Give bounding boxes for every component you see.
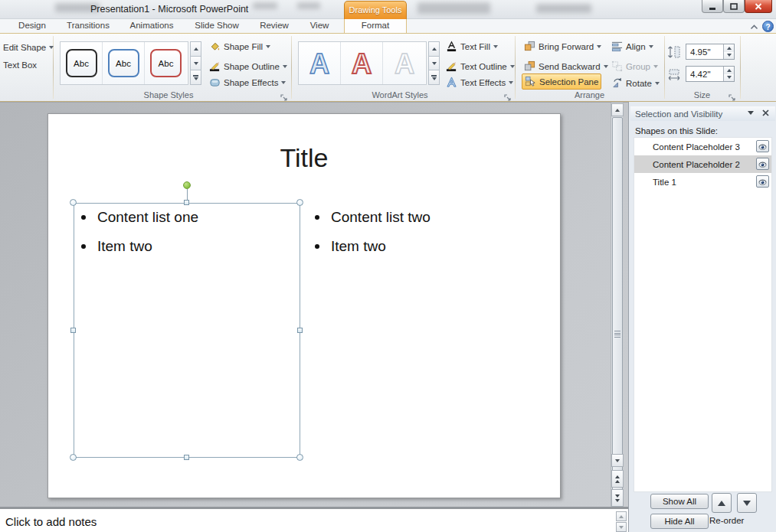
height-spin-down-button[interactable]	[724, 52, 734, 60]
wordart-style-option[interactable]: A	[341, 42, 383, 84]
shape-style-option[interactable]: Abc	[145, 42, 187, 84]
dropdown-arrow-icon	[597, 45, 601, 48]
shape-style-option[interactable]: Abc	[103, 42, 145, 84]
notes-scroll-up-button[interactable]	[616, 511, 627, 521]
selection-pane-button[interactable]: Selection Pane	[522, 73, 601, 90]
visibility-eye-button[interactable]	[756, 158, 769, 170]
scroll-down-button[interactable]	[611, 454, 624, 467]
minimize-button[interactable]	[702, 0, 723, 13]
arrow-down-icon	[743, 501, 751, 506]
tab-animations[interactable]: Animations	[126, 19, 178, 33]
dialog-launcher-icon[interactable]	[504, 91, 512, 100]
collapse-ribbon-icon[interactable]	[748, 22, 760, 31]
text-effects-button[interactable]: Text Effects	[444, 75, 516, 90]
wordart-gallery-scroll	[428, 41, 440, 85]
close-button[interactable]	[745, 0, 772, 13]
tab-view[interactable]: View	[305, 19, 334, 33]
shapes-list: Content Placeholder 3 Content Placeholde…	[634, 137, 772, 492]
width-spin-down-button[interactable]	[724, 74, 734, 82]
shape-effects-button[interactable]: Shape Effects	[207, 75, 288, 90]
gallery-scroll-down-button[interactable]	[428, 57, 440, 71]
selection-pane-icon	[525, 76, 536, 87]
ghost-artifact	[417, 2, 490, 14]
svg-text:A: A	[309, 48, 329, 80]
shape-list-item[interactable]: Title 1	[634, 173, 771, 191]
help-icon[interactable]: ?	[762, 21, 774, 32]
shape-list-item[interactable]: Content Placeholder 3	[634, 138, 771, 155]
rotate-button[interactable]: Rotate	[609, 76, 662, 90]
resize-handle-left[interactable]	[70, 328, 76, 333]
resize-handle-bottom-right[interactable]	[296, 454, 303, 461]
bring-forward-icon	[524, 41, 535, 52]
wordart-style-option[interactable]: A	[299, 42, 341, 84]
shape-height-input[interactable]	[686, 44, 723, 59]
slide-canvas[interactable]: Title Content list one Item two Content …	[47, 113, 561, 498]
notes-area[interactable]: Click to add notes	[0, 507, 628, 532]
dialog-launcher-icon[interactable]	[280, 91, 289, 100]
send-backward-button[interactable]: Send Backward	[522, 59, 611, 73]
shape-fill-button[interactable]: Shape Fill	[207, 39, 273, 54]
pane-menu-chevron-down-icon[interactable]	[745, 106, 757, 119]
show-all-button[interactable]: Show All	[650, 494, 709, 509]
notes-placeholder[interactable]: Click to add notes	[5, 515, 97, 528]
tab-format[interactable]: Format	[344, 19, 407, 33]
align-button[interactable]: Align	[609, 39, 656, 54]
next-slide-button[interactable]	[611, 489, 624, 507]
wordart-styles-gallery: A A A	[298, 41, 427, 85]
send-backward-label: Send Backward	[539, 62, 601, 71]
shape-style-thumbnail: Abc	[150, 49, 182, 77]
dialog-launcher-icon[interactable]	[729, 91, 737, 100]
tab-review[interactable]: Review	[255, 19, 293, 33]
resize-handle-bottom[interactable]	[184, 455, 189, 460]
shape-list-item-selected[interactable]: Content Placeholder 2	[634, 155, 771, 173]
notes-scroll-down-button[interactable]	[616, 522, 627, 532]
shape-effects-icon	[209, 77, 221, 88]
tab-transitions[interactable]: Transitions	[64, 19, 112, 33]
previous-slide-button[interactable]	[611, 470, 624, 488]
shape-outline-button[interactable]: Shape Outline	[207, 59, 290, 73]
edit-shape-button[interactable]: Edit Shape	[1, 40, 56, 54]
height-spin-up-button[interactable]	[724, 44, 734, 52]
shape-height-spinner	[686, 44, 735, 60]
scroll-up-button[interactable]	[611, 103, 624, 116]
shape-style-option[interactable]: Abc	[61, 42, 103, 84]
tab-design[interactable]: Design	[14, 19, 51, 33]
resize-handle-top-left[interactable]	[70, 199, 77, 206]
resize-handle-top[interactable]	[184, 200, 189, 205]
pane-close-icon[interactable]	[759, 106, 771, 119]
shape-height-icon	[667, 45, 681, 59]
text-box-button[interactable]: Text Box	[1, 57, 39, 72]
visibility-eye-button[interactable]	[756, 175, 769, 188]
resize-handle-bottom-left[interactable]	[70, 454, 77, 461]
bring-forward-button[interactable]: Bring Forward	[522, 39, 604, 54]
shape-width-icon	[667, 67, 681, 81]
selected-placeholder-outline[interactable]	[74, 203, 300, 458]
shape-styles-group-label: Shape Styles	[54, 90, 283, 100]
resize-handle-top-right[interactable]	[296, 199, 303, 206]
gallery-scroll-up-button[interactable]	[190, 41, 201, 57]
width-spin-up-button[interactable]	[724, 67, 734, 74]
reorder-up-button[interactable]	[712, 493, 732, 513]
shape-width-input[interactable]	[686, 67, 723, 81]
bullet-icon	[315, 215, 319, 220]
gallery-more-button[interactable]	[190, 70, 201, 85]
bullet-line[interactable]: Item two	[315, 238, 386, 255]
visibility-eye-button[interactable]	[756, 140, 769, 152]
selection-and-visibility-pane: Selection and Visibility Shapes on this …	[628, 102, 776, 532]
hide-all-button[interactable]: Hide All	[650, 514, 709, 529]
rotation-handle[interactable]	[183, 181, 191, 189]
text-outline-button[interactable]: Text Outline	[444, 59, 517, 73]
wordart-style-option[interactable]: A	[383, 42, 425, 84]
resize-handle-right[interactable]	[297, 328, 303, 333]
tab-slide-show[interactable]: Slide Show	[191, 19, 243, 33]
pane-header[interactable]: Selection and Visibility	[630, 106, 775, 121]
maximize-button[interactable]	[723, 0, 745, 13]
gallery-scroll-down-button[interactable]	[190, 57, 201, 71]
slide-title[interactable]: Title	[48, 143, 560, 173]
reorder-down-button[interactable]	[737, 493, 757, 513]
gallery-scroll-up-button[interactable]	[428, 41, 440, 57]
gallery-more-button[interactable]	[428, 70, 440, 85]
window-title: Presentation1 - Microsoft PowerPoint	[90, 4, 248, 15]
bullet-line[interactable]: Content list two	[315, 209, 431, 226]
text-fill-button[interactable]: Text Fill	[444, 39, 500, 54]
